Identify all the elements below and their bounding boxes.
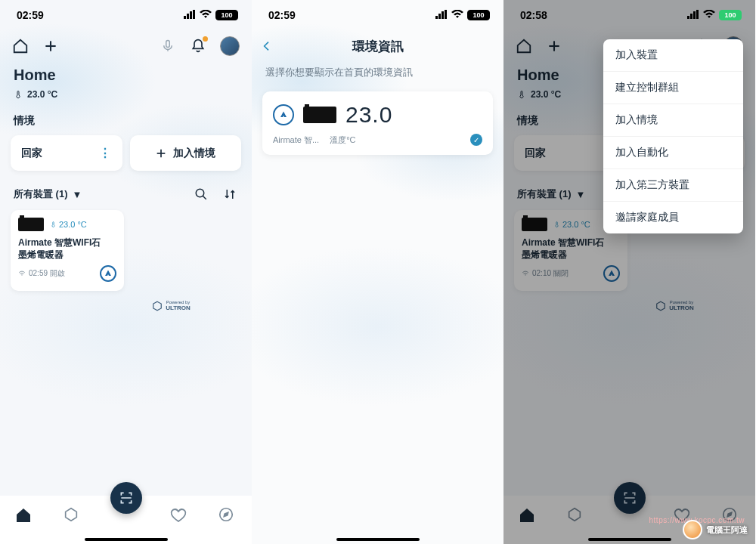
battery-icon: 100 — [467, 10, 490, 20]
svg-rect-3 — [193, 10, 195, 19]
plus-icon — [155, 147, 167, 159]
check-icon[interactable]: ✓ — [470, 134, 482, 146]
scan-fab[interactable] — [614, 482, 646, 514]
devices-label: 所有裝置 (1) — [517, 187, 572, 201]
home-indicator — [85, 538, 168, 541]
device-name: Airmate 智慧WIFI石 墨烯電暖器 — [522, 237, 620, 261]
signal-icon — [435, 9, 448, 21]
wifi-icon — [522, 270, 529, 277]
notification-dot — [203, 36, 208, 42]
top-toolbar — [0, 30, 252, 59]
menu-add-device[interactable]: 加入裝置 — [603, 39, 743, 72]
svg-rect-16 — [438, 14, 441, 19]
powered-by: Powered by ULTRON — [549, 300, 755, 311]
menu-create-group[interactable]: 建立控制群組 — [603, 72, 743, 104]
nav-home[interactable] — [14, 506, 34, 526]
devices-label: 所有裝置 (1) — [14, 187, 68, 201]
temperature-value: 23.0 °C — [27, 89, 57, 100]
mic-icon[interactable] — [160, 38, 176, 54]
add-scene-button[interactable]: 加入情境 — [130, 135, 242, 171]
airmate-logo-icon — [104, 269, 113, 278]
add-scene-label: 加入情境 — [173, 147, 215, 160]
menu-add-scene[interactable]: 加入情境 — [603, 104, 743, 137]
svg-rect-20 — [690, 14, 692, 19]
menu-add-thirdparty[interactable]: 加入第三方裝置 — [603, 169, 743, 202]
wifi-icon — [703, 9, 715, 21]
scene-name: 回家 — [525, 147, 546, 160]
home-icon[interactable] — [12, 38, 29, 54]
scene-options-icon[interactable]: ⋮ — [99, 146, 112, 160]
brand-badge — [273, 104, 294, 125]
status-bar: 02:59 100 — [0, 0, 252, 30]
chevron-down-icon: ▼ — [576, 189, 586, 200]
back-button[interactable] — [261, 38, 273, 58]
nav-explore[interactable] — [218, 506, 237, 526]
menu-invite-member[interactable]: 邀請家庭成員 — [603, 202, 743, 233]
airmate-logo-icon — [607, 269, 616, 278]
svg-rect-18 — [445, 10, 447, 19]
nav-health[interactable] — [169, 506, 189, 526]
device-image — [18, 218, 44, 231]
svg-rect-1 — [187, 14, 189, 19]
home-temperature[interactable]: 23.0 °C — [0, 88, 252, 111]
temperature-value: 23.0 °C — [531, 89, 561, 100]
device-card[interactable]: 23.0 °C Airmate 智慧WIFI石 墨烯電暖器 02:59 開啟 — [11, 210, 124, 291]
airmate-logo-icon — [279, 110, 288, 119]
wifi-icon — [18, 270, 26, 277]
add-icon[interactable] — [546, 38, 562, 54]
nav-modules[interactable] — [63, 506, 82, 526]
home-indicator — [336, 538, 420, 541]
svg-rect-2 — [190, 11, 192, 19]
battery-icon: 100 — [719, 10, 742, 20]
watermark-avatar — [683, 520, 702, 539]
page-subtitle: 選擇你想要顯示在首頁的環境資訊 — [252, 61, 503, 91]
svg-rect-19 — [687, 16, 689, 19]
svg-point-9 — [196, 189, 204, 197]
svg-marker-14 — [224, 512, 228, 517]
add-icon[interactable] — [42, 38, 59, 54]
chevron-down-icon: ▼ — [73, 189, 82, 200]
svg-marker-31 — [569, 508, 580, 521]
scan-fab[interactable] — [110, 482, 142, 514]
ultron-badge-icon — [655, 301, 666, 311]
svg-rect-15 — [435, 16, 438, 19]
page-header: 環境資訊 — [252, 30, 503, 61]
env-card[interactable]: 23.0 Airmate 智... 溫度°C ✓ — [262, 91, 493, 155]
search-icon[interactable] — [193, 186, 209, 202]
status-bar: 02:59 100 — [252, 0, 503, 30]
add-menu-dropdown: 加入裝置 建立控制群組 加入情境 加入自動化 加入第三方裝置 邀請家庭成員 — [603, 39, 743, 233]
bell-icon[interactable] — [190, 38, 206, 54]
avatar[interactable] — [220, 36, 240, 56]
chevron-left-icon — [261, 38, 273, 54]
env-unit-label: 溫度°C — [330, 134, 355, 146]
signal-icon — [687, 9, 699, 21]
page-title: Home — [0, 59, 252, 88]
svg-rect-0 — [184, 16, 186, 19]
thermometer-icon — [50, 220, 57, 229]
scenes-label: 情境 — [0, 111, 252, 135]
device-name: Airmate 智慧WIFI石 墨烯電暖器 — [18, 237, 116, 261]
svg-rect-21 — [693, 11, 696, 19]
svg-marker-12 — [65, 508, 76, 521]
thermometer-icon — [517, 88, 526, 100]
svg-marker-30 — [657, 301, 665, 311]
scene-name: 回家 — [21, 147, 42, 160]
svg-line-10 — [203, 196, 206, 199]
svg-rect-22 — [696, 10, 699, 19]
devices-filter[interactable]: 所有裝置 (1) ▼ — [14, 187, 82, 201]
home-indicator — [588, 538, 671, 541]
menu-add-automation[interactable]: 加入自動化 — [603, 137, 743, 169]
nav-home[interactable] — [518, 506, 538, 526]
signal-icon — [184, 9, 196, 21]
svg-rect-6 — [166, 41, 170, 48]
devices-filter[interactable]: 所有裝置 (1) ▼ — [517, 187, 585, 201]
nav-modules[interactable] — [566, 506, 586, 526]
device-image — [522, 218, 547, 231]
device-temp: 23.0 °C — [553, 220, 590, 229]
home-screen-with-menu: 02:58 100 Home 23.0 °C 情境 回家 ⋮ 加入情境 — [503, 0, 755, 544]
sort-icon[interactable] — [222, 186, 238, 202]
device-status: 02:10 關閉 — [522, 268, 569, 279]
scan-icon — [622, 490, 637, 505]
home-icon[interactable] — [516, 38, 532, 54]
scene-card-home[interactable]: 回家 ⋮ — [11, 135, 122, 171]
